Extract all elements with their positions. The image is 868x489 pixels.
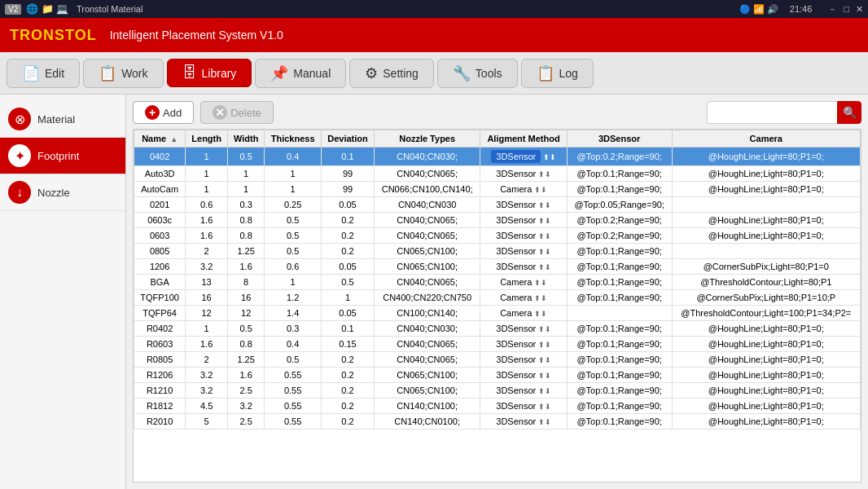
app-logo: TRONSTOL — [10, 27, 97, 44]
alignment-cell: 3DSensor — [496, 215, 536, 225]
cell-thickness: 0.5 — [265, 228, 322, 244]
table-row[interactable]: 040210.50.40.1CN040;CN030;3DSensor ⬆⬇@To… — [134, 148, 861, 166]
cell-thickness: 0.4 — [265, 148, 322, 166]
col-nozzle-types: Nozzle Types — [375, 130, 480, 148]
delete-button[interactable]: ✕ Delete — [200, 101, 274, 124]
cell-width: 3.2 — [228, 399, 265, 414]
add-button[interactable]: + Add — [133, 101, 194, 124]
sidebar-item-material[interactable]: ⊗ Material — [0, 101, 125, 138]
cell-deviation: 0.2 — [321, 414, 374, 430]
cell-thickness: 1 — [265, 166, 322, 182]
table-row[interactable]: 02010.60.30.250.05CN040;CN0303DSensor ⬆⬇… — [134, 197, 861, 213]
nav-library-label: Library — [202, 67, 237, 80]
cell-deviation: 0.2 — [321, 368, 374, 383]
cell-thickness: 1 — [265, 275, 322, 290]
nav-setting[interactable]: ⚙ Setting — [349, 59, 434, 88]
nav-tools[interactable]: 🔧 Tools — [437, 59, 518, 88]
table-row[interactable]: R12063.21.60.550.2CN065;CN100;3DSensor ⬆… — [134, 368, 861, 383]
alignment-cell: Camera — [500, 277, 532, 287]
work-icon: 📋 — [99, 64, 116, 82]
titlebar: V2 🌐 📁 💻 Tronstol Material 🔵 📶 🔊 21:46 －… — [0, 0, 868, 18]
cell-length: 4.5 — [186, 399, 228, 414]
table-row[interactable]: R201052.50.550.2CN140;CN0100;3DSensor ⬆⬇… — [134, 414, 861, 430]
cell-nozzle_types: CN400;CN220;CN750 — [375, 290, 480, 306]
cell-deviation: 0.2 — [321, 228, 374, 244]
logo-text2: STOL — [55, 27, 97, 43]
cell-nozzle_types: CN140;CN0100; — [375, 414, 480, 430]
search-button[interactable]: 🔍 — [837, 101, 861, 124]
cell-name: 0805 — [134, 244, 186, 259]
cell-name: R1812 — [134, 399, 186, 414]
cell-nozzle_types: CN040;CN065; — [375, 228, 480, 244]
alignment-arrows: ⬆⬇ — [536, 248, 551, 256]
sidebar-item-nozzle[interactable]: ↓ Nozzle — [0, 174, 125, 211]
nav-work[interactable]: 📋 Work — [83, 59, 163, 88]
cell-deviation: 0.1 — [321, 148, 374, 166]
table-row[interactable]: TQFP6412121.40.05CN100;CN140;Camera ⬆⬇@T… — [134, 306, 861, 321]
alignment-arrows: ⬆⬇ — [536, 372, 551, 380]
table-row[interactable]: R18124.53.20.550.2CN140;CN100;3DSensor ⬆… — [134, 399, 861, 414]
cell-length: 1 — [186, 182, 228, 197]
cell-nozzle_types: CN065;CN100; — [375, 383, 480, 399]
table-row[interactable]: R040210.50.30.1CN040;CN030;3DSensor ⬆⬇@T… — [134, 321, 861, 337]
table-row[interactable]: Auto3D11199CN040;CN065;3DSensor ⬆⬇@Top:0… — [134, 166, 861, 182]
table-row[interactable]: BGA13810.5CN040;CN065;Camera ⬆⬇@Top:0.1;… — [134, 275, 861, 290]
cell-length: 1 — [186, 148, 228, 166]
cell-nozzle_types: CN040;CN065; — [375, 275, 480, 290]
cell-camera — [672, 197, 860, 213]
titlebar-left: V2 🌐 📁 💻 Tronstol Material — [5, 3, 142, 15]
cell-name: 0402 — [134, 148, 186, 166]
cell-nozzle_types: CN065;CN100; — [375, 244, 480, 259]
table-row[interactable]: AutoCam11199CN066;CN100,CN140;Camera ⬆⬇@… — [134, 182, 861, 197]
cell-thickness: 0.6 — [265, 259, 322, 275]
nav-manual[interactable]: 📌 Manual — [255, 59, 346, 88]
cell-camera: @HoughLine;Light=80;P1=0; — [672, 321, 860, 337]
cell-thickness: 0.5 — [265, 213, 322, 228]
cell-sensor3d — [567, 306, 672, 321]
cell-deviation: 0.2 — [321, 244, 374, 259]
cell-length: 13 — [186, 275, 228, 290]
col-length: Length — [186, 130, 228, 148]
cell-sensor3d: @Top:0.1;Range=90; — [567, 383, 672, 399]
minimize-button[interactable]: － — [828, 3, 837, 15]
nav-edit[interactable]: 📄 Edit — [7, 59, 80, 88]
table-row[interactable]: R12103.22.50.550.2CN065;CN100;3DSensor ⬆… — [134, 383, 861, 399]
table-row[interactable]: 0603c1.60.80.50.2CN040;CN065;3DSensor ⬆⬇… — [134, 213, 861, 228]
search-box: 🔍 — [707, 101, 861, 124]
alignment-cell: 3DSensor — [496, 200, 536, 209]
titlebar-window-title: Tronstol Material — [77, 4, 143, 14]
cell-thickness: 1.4 — [265, 306, 322, 321]
table-row[interactable]: TQFP10016161.21CN400;CN220;CN750Camera ⬆… — [134, 290, 861, 306]
close-button[interactable]: ✕ — [856, 4, 863, 15]
table-row[interactable]: 06031.60.80.50.2CN040;CN065;3DSensor ⬆⬇@… — [134, 228, 861, 244]
table-row[interactable]: 12063.21.60.60.05CN065;CN100;3DSensor ⬆⬇… — [134, 259, 861, 275]
cell-length: 1.6 — [186, 213, 228, 228]
cell-length: 2 — [186, 352, 228, 368]
col-camera: Camera — [672, 130, 860, 148]
cell-length: 3.2 — [186, 368, 228, 383]
cell-deviation: 99 — [321, 166, 374, 182]
search-input[interactable] — [707, 101, 837, 124]
footprint-icon: ✦ — [8, 144, 31, 167]
table-row[interactable]: R080521.250.50.2CN040;CN065;3DSensor ⬆⬇@… — [134, 352, 861, 368]
cell-nozzle_types: CN040;CN065; — [375, 166, 480, 182]
cell-deviation: 99 — [321, 182, 374, 197]
cell-thickness: 0.55 — [265, 368, 322, 383]
content-area: + Add ✕ Delete 🔍 — [126, 95, 868, 489]
table-wrap[interactable]: Name ▲ Length Width Thickness Deviation … — [133, 129, 861, 482]
nav-log[interactable]: 📋 Log — [521, 59, 594, 88]
sidebar-item-footprint[interactable]: ✦ Footprint — [0, 138, 125, 174]
nav-library[interactable]: 🗄 Library — [167, 59, 252, 87]
sidebar: ⊗ Material ✦ Footprint ↓ Nozzle — [0, 95, 126, 489]
footprint-table: Name ▲ Length Width Thickness Deviation … — [134, 130, 861, 430]
alignment-cell: 3DSensor — [496, 416, 536, 426]
nav-log-label: Log — [559, 67, 578, 80]
alignment-cell: Camera — [500, 184, 532, 194]
material-icon: ⊗ — [8, 108, 31, 130]
navbar: 📄 Edit 📋 Work 🗄 Library 📌 Manual ⚙ Setti… — [0, 52, 868, 95]
maximize-button[interactable]: □ — [844, 4, 849, 14]
table-row[interactable]: 080521.250.50.2CN065;CN100;3DSensor ⬆⬇@T… — [134, 244, 861, 259]
table-row[interactable]: R06031.60.80.40.15CN040;CN065;3DSensor ⬆… — [134, 337, 861, 352]
cell-nozzle_types: CN140;CN100; — [375, 399, 480, 414]
cell-sensor3d: @Top:0.1;Range=90; — [567, 290, 672, 306]
